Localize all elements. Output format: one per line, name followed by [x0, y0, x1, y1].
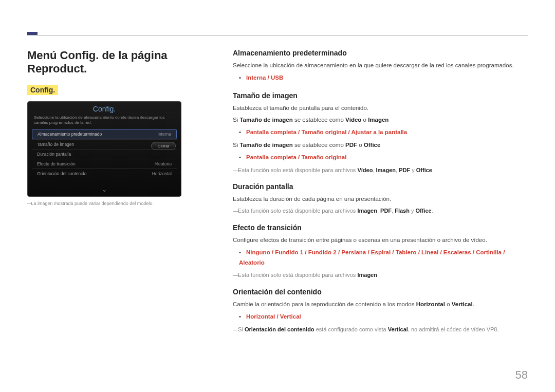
heading-storage: Almacenamiento predeterminado [233, 49, 528, 57]
note: Esta función solo está disponible para a… [233, 271, 528, 279]
chevron-down-icon: ⌄ [102, 186, 107, 193]
heading-image-size: Tamaño de imagen [233, 91, 528, 100]
text: Si Tamaño de imagen se establece como Ví… [233, 116, 528, 124]
ss-close-button: Cerrar [151, 142, 176, 150]
text: Establezca el tamaño de pantalla para el… [233, 104, 528, 113]
ss-row-orientation: Orientación del contenido Horizontal [32, 169, 177, 178]
heading-orientation: Orientación del contenido [233, 288, 528, 296]
text: Configure efectos de transición entre pá… [233, 236, 528, 245]
ss-row-value: Horizontal [152, 171, 172, 176]
right-column: Almacenamiento predeterminado Seleccione… [233, 49, 528, 342]
image-disclaimer: La imagen mostrada puede variar dependie… [27, 201, 212, 206]
ss-row-label: Efecto de transición [37, 161, 76, 166]
config-highlight-label: Config. [27, 85, 58, 95]
option-list: Ninguno / Fundido 1 / Fundido 2 / Persia… [239, 248, 528, 268]
header-divider [27, 35, 528, 35]
left-column: Menú Config. de la página Reproduct. Con… [27, 49, 212, 342]
section-transition: Efecto de transición Configure efectos d… [233, 223, 528, 279]
option-list: Horizontal / Vertical [239, 312, 528, 322]
config-screenshot: Config. Seleccione la ubicación de almac… [27, 101, 181, 197]
ss-row-value: Interna [158, 132, 171, 137]
ss-row-value: Aleatorio [154, 161, 172, 166]
option-list: Interna / USB [239, 73, 528, 83]
option-list: Pantalla completa / Tamaño original [239, 153, 528, 163]
ss-row-transition: Efecto de transición Aleatorio [32, 159, 177, 169]
page-number: 58 [515, 368, 528, 382]
text: Si Tamaño de imagen se establece como PD… [233, 141, 528, 150]
ss-description: Seleccione la ubicación de almacenamient… [28, 115, 181, 129]
section-duration: Duración pantalla Establezca la duración… [233, 182, 528, 215]
option-list: Pantalla completa / Tamaño original / Aj… [239, 127, 528, 138]
section-orientation: Orientación del contenido Cambie la orie… [233, 288, 528, 333]
section-storage: Almacenamiento predeterminado Seleccione… [233, 49, 528, 83]
ss-row-storage: Almacenamiento predeterminado Interna [32, 129, 177, 139]
heading-duration: Duración pantalla [233, 182, 528, 191]
text: Seleccione la ubicación de almacenamient… [233, 61, 528, 70]
text: Cambie la orientación para la reproducci… [233, 300, 528, 309]
ss-row-label: Duración pantalla [37, 152, 71, 157]
ss-row-label: Tamaño de imagen [37, 142, 74, 147]
ss-row-label: Almacenamiento predeterminado [38, 132, 102, 137]
heading-transition: Efecto de transición [233, 223, 528, 232]
note: Esta función solo está disponible para a… [233, 166, 528, 175]
section-image-size: Tamaño de imagen Establezca el tamaño de… [233, 91, 528, 174]
page-content: Menú Config. de la página Reproduct. Con… [27, 49, 528, 342]
ss-title: Config. [28, 102, 181, 115]
page-title: Menú Config. de la página Reproduct. [27, 49, 212, 76]
ss-row-duration: Duración pantalla [32, 149, 177, 159]
text: Establezca la duración de cada página en… [233, 195, 528, 203]
note: Esta función solo está disponible para a… [233, 207, 528, 215]
ss-list: Almacenamiento predeterminado Interna Ta… [28, 129, 181, 178]
ss-row-label: Orientación del contenido [37, 171, 86, 176]
note: Si Orientación del contenido está config… [233, 325, 528, 334]
